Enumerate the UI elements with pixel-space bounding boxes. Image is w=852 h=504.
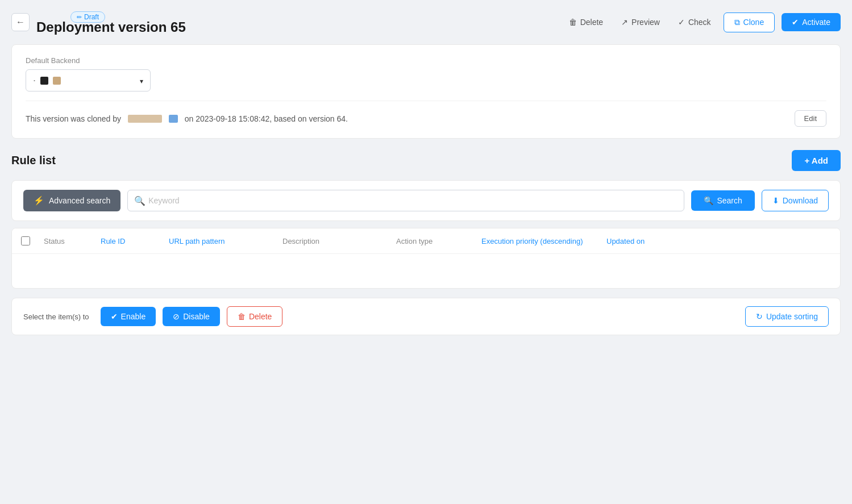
- edit-label: Edit: [804, 114, 817, 123]
- draft-icon: [77, 13, 82, 21]
- table-header-row: Status Rule ID URL path pattern Descript…: [12, 228, 840, 254]
- enable-label: Enable: [121, 312, 146, 321]
- clone-icon: [734, 18, 740, 27]
- bottom-bar: Select the item(s) to ✔ Enable ⊘ Disable…: [11, 298, 841, 335]
- table-body: [12, 254, 840, 288]
- download-label: Download: [783, 196, 818, 205]
- col-status: Status: [44, 237, 101, 245]
- backend-card: Default Backend · This version was clone…: [11, 44, 841, 139]
- enable-icon: ✔: [111, 312, 118, 321]
- redacted-block-sm: [169, 115, 178, 123]
- activate-label: Activate: [802, 18, 830, 27]
- clone-info-detail: on 2023-09-18 15:08:42, based on version…: [185, 114, 348, 123]
- disable-icon: ⊘: [173, 312, 180, 321]
- rule-list-section-header: Rule list + Add: [11, 150, 841, 171]
- clone-text: This version was cloned by on 2023-09-18…: [26, 114, 348, 123]
- select-all-checkbox[interactable]: [21, 236, 30, 245]
- search-icon: 🔍: [134, 195, 146, 206]
- col-description: Description: [282, 237, 396, 245]
- back-button[interactable]: [11, 13, 30, 31]
- add-button[interactable]: + Add: [792, 150, 841, 171]
- col-action-type: Action type: [396, 237, 481, 245]
- update-sorting-button[interactable]: Update sorting: [745, 306, 829, 327]
- delete-red-icon: 🗑: [238, 312, 246, 321]
- enable-button[interactable]: ✔ Enable: [101, 307, 156, 326]
- update-sorting-label: Update sorting: [766, 312, 818, 321]
- checkbox-col-header: [21, 236, 44, 245]
- chevron-down-icon: [140, 76, 143, 85]
- page-title: Deployment version 65: [36, 19, 186, 35]
- page-header: Draft Deployment version 65 Delete Previ…: [11, 9, 841, 35]
- backend-field-label: Default Backend: [26, 56, 826, 65]
- header-actions: Delete Preview Check Clone Activate: [563, 13, 841, 32]
- search-input-wrap: 🔍: [127, 190, 684, 211]
- advanced-search-label: Advanced search: [49, 196, 110, 205]
- header-left: Draft Deployment version 65: [11, 9, 186, 35]
- clone-info: This version was cloned by on 2023-09-18…: [26, 110, 826, 127]
- edit-button[interactable]: Edit: [795, 110, 826, 127]
- page-title-area: Draft Deployment version 65: [36, 9, 186, 35]
- divider: [26, 101, 826, 101]
- add-label: + Add: [804, 156, 828, 165]
- bottom-bar-text: Select the item(s) to: [23, 313, 89, 321]
- search-button[interactable]: 🔍 Search: [691, 190, 754, 211]
- delete-button[interactable]: Delete: [563, 14, 609, 30]
- filter-icon: ⚡: [34, 195, 44, 206]
- keyword-input[interactable]: [127, 190, 684, 211]
- col-updated-on[interactable]: Updated on: [606, 237, 709, 245]
- col-exec-priority[interactable]: Execution priority (descending): [481, 237, 606, 245]
- col-url-path[interactable]: URL path pattern: [169, 237, 282, 245]
- check-button[interactable]: Check: [672, 14, 717, 30]
- delete-items-button[interactable]: 🗑 Delete: [227, 306, 282, 327]
- check-label: Check: [688, 18, 711, 27]
- download-button[interactable]: Download: [762, 190, 829, 211]
- advanced-search-button[interactable]: ⚡ Advanced search: [23, 190, 120, 211]
- download-icon: [772, 196, 779, 205]
- backend-select[interactable]: ·: [26, 69, 151, 91]
- disable-button[interactable]: ⊘ Disable: [163, 307, 220, 326]
- rule-list-title: Rule list: [11, 154, 56, 167]
- back-icon: [16, 17, 25, 27]
- delete-items-label: Delete: [249, 312, 272, 321]
- clone-label: Clone: [743, 18, 764, 27]
- preview-label: Preview: [631, 18, 660, 27]
- color-dot-black: [40, 77, 48, 85]
- trash-icon: [569, 18, 577, 27]
- preview-button[interactable]: Preview: [616, 14, 666, 30]
- refresh-icon: [756, 312, 763, 321]
- col-rule-id[interactable]: Rule ID: [101, 237, 169, 245]
- check-icon: [678, 18, 685, 27]
- rule-table: Status Rule ID URL path pattern Descript…: [11, 228, 841, 289]
- draft-badge-label: Draft: [84, 13, 99, 21]
- disable-label: Disable: [183, 312, 210, 321]
- external-icon: [621, 18, 628, 27]
- search-bar-card: ⚡ Advanced search 🔍 🔍 Search Download: [11, 180, 841, 221]
- search-btn-label: Search: [717, 196, 742, 205]
- select-dot-label: ·: [33, 74, 36, 86]
- search-btn-icon: 🔍: [704, 196, 713, 205]
- clone-button[interactable]: Clone: [724, 13, 775, 32]
- activate-icon: [792, 18, 799, 27]
- clone-info-prefix: This version was cloned by: [26, 114, 121, 123]
- redacted-name-block: [128, 115, 162, 123]
- select-content: ·: [33, 74, 61, 86]
- color-dot-tan: [53, 77, 61, 85]
- delete-label: Delete: [580, 18, 603, 27]
- activate-button[interactable]: Activate: [782, 13, 841, 31]
- draft-badge: Draft: [70, 11, 105, 23]
